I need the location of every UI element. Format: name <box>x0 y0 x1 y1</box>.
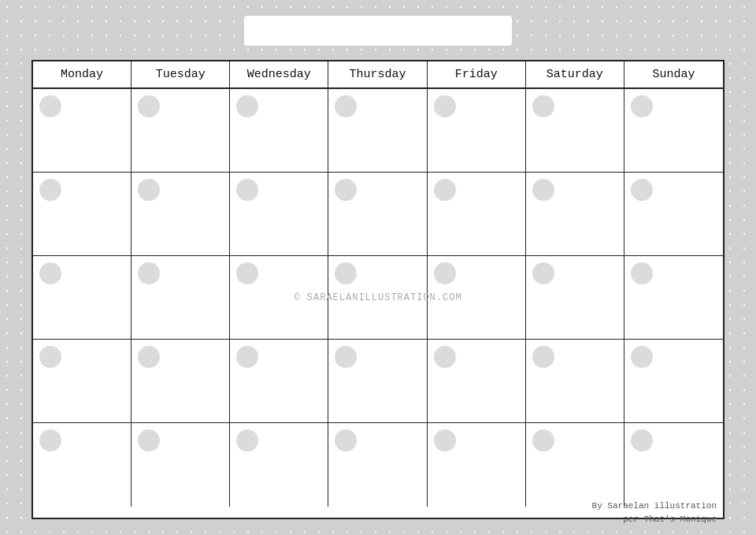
day-number-dot <box>335 429 357 451</box>
table-row <box>624 89 723 173</box>
table-row <box>33 340 132 423</box>
table-row <box>526 423 624 507</box>
table-row <box>132 340 230 423</box>
day-number-dot <box>434 346 456 368</box>
attribution-line2: per That's Monique <box>623 515 717 524</box>
table-row <box>230 256 328 340</box>
table-row <box>428 89 526 173</box>
day-number-dot <box>39 262 61 284</box>
day-number-dot <box>434 179 456 201</box>
table-row <box>230 89 328 173</box>
day-number-dot <box>631 179 653 201</box>
day-number-dot <box>434 429 456 451</box>
table-row <box>328 89 427 173</box>
attribution-line1: By Saraelan illustration <box>592 501 717 511</box>
day-number-dot <box>138 262 160 284</box>
header-wednesday: Wednesday <box>230 61 328 87</box>
table-row <box>428 173 526 256</box>
calendar-header: Monday Tuesday Wednesday Thursday Friday… <box>33 61 723 89</box>
day-number-dot <box>631 429 653 451</box>
day-number-dot <box>138 95 160 117</box>
table-row <box>33 256 132 340</box>
table-row <box>132 256 230 340</box>
table-row <box>428 256 526 340</box>
table-row <box>230 340 328 423</box>
day-number-dot <box>39 346 61 368</box>
table-row <box>624 340 723 423</box>
day-number-dot <box>434 95 456 117</box>
header-thursday: Thursday <box>328 61 427 87</box>
day-number-dot <box>138 429 160 451</box>
table-row <box>132 173 230 256</box>
table-row <box>428 340 526 423</box>
table-row <box>328 340 427 423</box>
calendar-container: Monday Tuesday Wednesday Thursday Friday… <box>32 60 724 519</box>
table-row <box>132 89 230 173</box>
header-saturday: Saturday <box>526 61 624 87</box>
day-number-dot <box>631 262 653 284</box>
table-row <box>33 89 132 173</box>
day-number-dot <box>236 346 258 368</box>
attribution: By Saraelan illustration per That's Moni… <box>592 500 717 526</box>
day-number-dot <box>335 262 357 284</box>
day-number-dot <box>236 95 258 117</box>
day-number-dot <box>532 262 554 284</box>
day-number-dot <box>39 95 61 117</box>
day-number-dot <box>532 346 554 368</box>
table-row <box>428 423 526 507</box>
day-number-dot <box>39 179 61 201</box>
table-row <box>33 173 132 256</box>
day-number-dot <box>532 179 554 201</box>
day-number-dot <box>532 429 554 451</box>
day-number-dot <box>236 262 258 284</box>
table-row <box>33 423 132 507</box>
header-tuesday: Tuesday <box>132 61 230 87</box>
table-row <box>328 256 427 340</box>
day-number-dot <box>138 179 160 201</box>
table-row <box>132 423 230 507</box>
table-row <box>230 423 328 507</box>
table-row <box>328 173 427 256</box>
title-bar <box>244 16 512 46</box>
day-number-dot <box>236 429 258 451</box>
header-monday: Monday <box>33 61 132 87</box>
header-sunday: Sunday <box>624 61 723 87</box>
day-number-dot <box>631 346 653 368</box>
table-row <box>624 173 723 256</box>
table-row <box>526 173 624 256</box>
day-number-dot <box>39 429 61 451</box>
calendar-body: © SARAELANILLUSTRATION.COM <box>33 89 723 507</box>
day-number-dot <box>335 95 357 117</box>
day-number-dot <box>138 346 160 368</box>
day-number-dot <box>236 179 258 201</box>
day-number-dot <box>631 95 653 117</box>
table-row <box>526 256 624 340</box>
table-row <box>624 423 723 507</box>
table-row <box>526 89 624 173</box>
table-row <box>624 256 723 340</box>
table-row <box>526 340 624 423</box>
day-number-dot <box>335 179 357 201</box>
header-friday: Friday <box>428 61 526 87</box>
table-row <box>328 423 427 507</box>
day-number-dot <box>434 262 456 284</box>
day-number-dot <box>335 346 357 368</box>
table-row <box>230 173 328 256</box>
day-number-dot <box>532 95 554 117</box>
